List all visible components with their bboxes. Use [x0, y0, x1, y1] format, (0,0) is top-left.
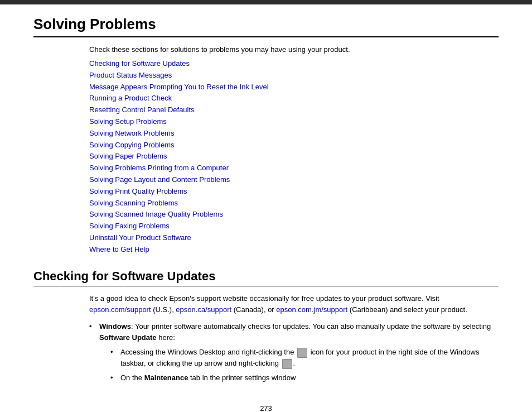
links-section: Checking for Software Updates Product St…: [89, 58, 499, 256]
link-epson-jm[interactable]: epson.com.jm/support: [276, 305, 347, 314]
link-layout-problems[interactable]: Solving Page Layout and Content Problems: [89, 174, 499, 186]
sub-bullet-dot-1: •: [110, 347, 120, 358]
link-uninstall[interactable]: Uninstall Your Product Software: [89, 232, 499, 244]
bullet-content-windows: Windows: Your printer software automatic…: [99, 321, 499, 387]
link-product-check[interactable]: Running a Product Check: [89, 93, 499, 104]
link-reset-ink[interactable]: Message Appears Prompting You to Reset t…: [89, 82, 499, 93]
windows-bold: Windows: [99, 322, 131, 330]
link-print-quality[interactable]: Solving Print Quality Problems: [89, 186, 499, 198]
page-title: Solving Problems: [33, 16, 499, 37]
link-scanned-image-quality[interactable]: Solving Scanned Image Quality Problems: [89, 209, 499, 221]
link-network-problems[interactable]: Solving Network Problems: [89, 128, 499, 140]
maintenance-bold: Maintenance: [144, 373, 188, 382]
link-printing-problems[interactable]: Solving Problems Printing from a Compute…: [89, 162, 499, 174]
section2-between1: (U.S.),: [151, 305, 176, 314]
windows-text1: : Your printer software automatically ch…: [131, 322, 491, 330]
link-copying-problems[interactable]: Solving Copying Problems: [89, 140, 499, 151]
sub-bullet-content-1: Accessing the Windows Desktop and right-…: [120, 347, 499, 369]
software-update-bold: Software Update: [99, 333, 157, 342]
link-epson-us[interactable]: epson.com/support: [89, 305, 151, 314]
page-number: 273: [260, 404, 272, 412]
icon-printer-2: [282, 359, 292, 369]
page-container: Solving Problems Check these sections fo…: [0, 4, 532, 412]
sub-bullet-dot-2: •: [110, 372, 120, 384]
link-scanning-problems[interactable]: Solving Scanning Problems: [89, 198, 499, 209]
bullet-dot-windows: •: [89, 321, 99, 332]
icon-printer-1: [297, 348, 307, 358]
section2-intro-text: It's a good idea to check Epson's suppor…: [89, 294, 439, 303]
link-setup-problems[interactable]: Solving Setup Problems: [89, 116, 499, 128]
sub-bullet-maintenance: • On the Maintenance tab in the printer …: [110, 372, 499, 384]
link-faxing-problems[interactable]: Solving Faxing Problems: [89, 221, 499, 232]
section2-body: It's a good idea to check Epson's suppor…: [89, 293, 499, 387]
link-paper-problems[interactable]: Solving Paper Problems: [89, 151, 499, 162]
section2-after3: (Caribbean) and select your product.: [347, 305, 467, 314]
link-checking-software[interactable]: Checking for Software Updates: [89, 58, 499, 70]
intro-text: Check these sections for solutions to pr…: [89, 45, 499, 54]
bullet-windows: • Windows: Your printer software automat…: [89, 321, 499, 387]
windows-text2: here:: [157, 333, 175, 342]
section2-title: Checking for Software Updates: [33, 269, 499, 286]
section2-intro-paragraph: It's a good idea to check Epson's suppor…: [89, 293, 499, 315]
top-bar: [0, 0, 532, 4]
link-reset-defaults[interactable]: Resetting Control Panel Defaults: [89, 104, 499, 116]
link-epson-ca[interactable]: epson.ca/support: [176, 305, 231, 314]
bullet-list: • Windows: Your printer software automat…: [89, 321, 499, 387]
section2-between2: (Canada), or: [231, 305, 276, 314]
link-where-help[interactable]: Where to Get Help: [89, 244, 499, 256]
link-product-status[interactable]: Product Status Messages: [89, 70, 499, 82]
sub-bullet-list-windows: • Accessing the Windows Desktop and righ…: [110, 347, 499, 384]
page-footer: 273: [33, 404, 499, 412]
sub-bullet-content-2: On the Maintenance tab in the printer se…: [120, 372, 499, 384]
sub-bullet-accessing: • Accessing the Windows Desktop and righ…: [110, 347, 499, 369]
